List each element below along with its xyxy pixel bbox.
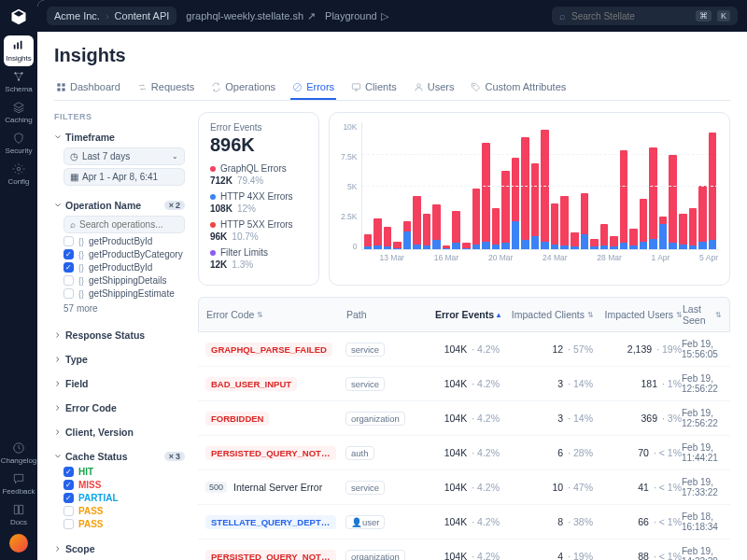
- cache-option[interactable]: PASS: [63, 519, 185, 529]
- table-row[interactable]: STELLATE_QUERY_DEPTH_LIMIT 👤user 104K · …: [198, 505, 730, 539]
- chart-bar[interactable]: [501, 171, 510, 249]
- chart-bar[interactable]: [423, 214, 431, 249]
- operation-option[interactable]: {}getShippingDetails: [63, 275, 185, 286]
- chart-bar[interactable]: [492, 208, 500, 249]
- table-row[interactable]: FORBIDDEN organization 104K · 4.2% 3 · 1…: [198, 401, 730, 436]
- filter-field-head[interactable]: Field: [54, 375, 185, 392]
- chart-bar[interactable]: [629, 229, 638, 249]
- chart-bar[interactable]: [403, 221, 412, 249]
- chart-bar[interactable]: [413, 196, 421, 249]
- checkbox[interactable]: [63, 275, 74, 286]
- chart-bar[interactable]: [364, 234, 373, 249]
- tab-clients[interactable]: Clients: [349, 76, 399, 100]
- operation-option[interactable]: {}getProductByCategory: [63, 249, 185, 259]
- chart-bar[interactable]: [689, 208, 698, 249]
- filter-error-code-head[interactable]: Error Code: [54, 399, 185, 416]
- chart-bar[interactable]: [393, 242, 402, 249]
- global-search[interactable]: ⌕ ⌘ K: [552, 7, 738, 25]
- avatar[interactable]: [9, 534, 28, 553]
- timeframe-preset-select[interactable]: ◷ Last 7 days ⌄: [63, 147, 185, 165]
- col-impacted-users[interactable]: Impacted Users⇅: [594, 303, 683, 326]
- chart-bar[interactable]: [432, 204, 441, 249]
- tab-users[interactable]: Users: [412, 76, 457, 100]
- chart-bar[interactable]: [679, 214, 687, 249]
- rail-docs[interactable]: Docs: [4, 499, 34, 530]
- rail-schema[interactable]: Schema: [4, 66, 34, 97]
- chart-bar[interactable]: [709, 133, 717, 249]
- checkbox[interactable]: [63, 519, 74, 529]
- cache-option[interactable]: PARTIAL: [63, 493, 185, 503]
- filter-opname-head[interactable]: Operation Name ×2: [54, 197, 185, 214]
- operation-option[interactable]: {}getProductById: [63, 236, 185, 246]
- chart-bar[interactable]: [512, 158, 520, 249]
- chart-bar[interactable]: [560, 196, 569, 249]
- chart-bar[interactable]: [649, 147, 657, 249]
- chart-bar[interactable]: [462, 243, 471, 249]
- filter-count-badge[interactable]: ×3: [164, 452, 185, 461]
- breadcrumb[interactable]: Acme Inc. › Content API: [47, 7, 176, 25]
- cache-option[interactable]: HIT: [63, 467, 185, 477]
- tab-requests[interactable]: Requests: [135, 76, 196, 100]
- filter-client-version-head[interactable]: Client, Version: [54, 424, 185, 441]
- filter-timeframe-head[interactable]: Timeframe: [54, 129, 185, 146]
- col-error-code[interactable]: Error Code⇅: [206, 303, 346, 326]
- tab-dashboard[interactable]: Dashboard: [54, 76, 122, 100]
- chart-bar[interactable]: [571, 232, 579, 249]
- chart-bar[interactable]: [482, 143, 490, 249]
- table-row[interactable]: GRAPHQL_PARSE_FAILED service 104K · 4.2%…: [198, 332, 730, 367]
- endpoint-link[interactable]: graphql-weekly.stellate.sh ↗: [186, 10, 316, 22]
- rail-feedback[interactable]: Feedback: [4, 469, 34, 499]
- filter-count-badge[interactable]: ×2: [164, 201, 185, 210]
- col-last-seen[interactable]: Last Seen⇅: [683, 303, 722, 326]
- table-row[interactable]: 500Internal Server Error service 104K · …: [198, 470, 730, 505]
- brand-logo[interactable]: [9, 7, 28, 26]
- rail-insights[interactable]: Insights: [4, 35, 34, 66]
- operation-option[interactable]: {}getShippingEstimate: [63, 288, 185, 299]
- chart-bar[interactable]: [698, 186, 707, 249]
- chart-bar[interactable]: [443, 245, 451, 249]
- chart-bar[interactable]: [531, 163, 540, 249]
- cache-option[interactable]: PASS: [63, 506, 185, 516]
- chart-bar[interactable]: [541, 130, 549, 249]
- col-path[interactable]: Path: [346, 303, 416, 326]
- chart-bar[interactable]: [610, 236, 618, 249]
- filter-type-head[interactable]: Type: [54, 351, 185, 368]
- table-row[interactable]: PERSISTED_QUERY_NOT_FOUND auth 104K · 4.…: [198, 436, 730, 470]
- checkbox[interactable]: [63, 467, 74, 477]
- tab-operations[interactable]: Operations: [209, 76, 277, 100]
- chart-bar[interactable]: [384, 227, 392, 249]
- chart-bar[interactable]: [600, 224, 609, 249]
- chart-bar[interactable]: [581, 193, 589, 249]
- rail-security[interactable]: Security: [4, 128, 34, 159]
- chart-bar[interactable]: [640, 199, 648, 249]
- table-row[interactable]: PERSISTED_QUERY_NOT_SUPPORTED organizati…: [198, 539, 730, 560]
- filter-response-status-head[interactable]: Response Status: [54, 327, 185, 343]
- chart-bar[interactable]: [452, 211, 460, 249]
- operation-search-input[interactable]: [79, 219, 198, 230]
- rail-changelog[interactable]: Changelog: [4, 438, 34, 469]
- chart-bar[interactable]: [521, 137, 529, 249]
- col-impacted-clients[interactable]: Impacted Clients⇅: [500, 303, 594, 326]
- rail-config[interactable]: Config: [4, 159, 34, 189]
- chart-bar[interactable]: [551, 203, 559, 249]
- playground-link[interactable]: Playground ▷: [325, 10, 388, 22]
- checkbox[interactable]: [63, 493, 74, 503]
- chart-bars[interactable]: [361, 122, 719, 250]
- filter-cache-head[interactable]: Cache Status ×3: [54, 448, 185, 465]
- table-row[interactable]: BAD_USER_INPUT service 104K · 4.2% 3 · 1…: [198, 367, 730, 401]
- chart-bar[interactable]: [590, 239, 599, 249]
- checkbox[interactable]: [63, 236, 74, 246]
- operation-option[interactable]: {}getProductById: [63, 262, 185, 273]
- cache-option[interactable]: MISS: [63, 480, 185, 490]
- chart-bar[interactable]: [374, 218, 382, 249]
- checkbox[interactable]: [63, 249, 74, 259]
- chart-bar[interactable]: [659, 217, 668, 249]
- col-error-events[interactable]: Error Events▴: [416, 303, 500, 326]
- chart-bar[interactable]: [472, 189, 481, 249]
- rail-caching[interactable]: Caching: [4, 97, 34, 128]
- show-more[interactable]: 57 more: [63, 301, 185, 315]
- timeframe-range-input[interactable]: ▦ Apr 1 - Apr 8, 6:41: [63, 168, 185, 186]
- chart-bar[interactable]: [620, 150, 628, 249]
- checkbox[interactable]: [63, 262, 74, 273]
- checkbox[interactable]: [63, 480, 74, 490]
